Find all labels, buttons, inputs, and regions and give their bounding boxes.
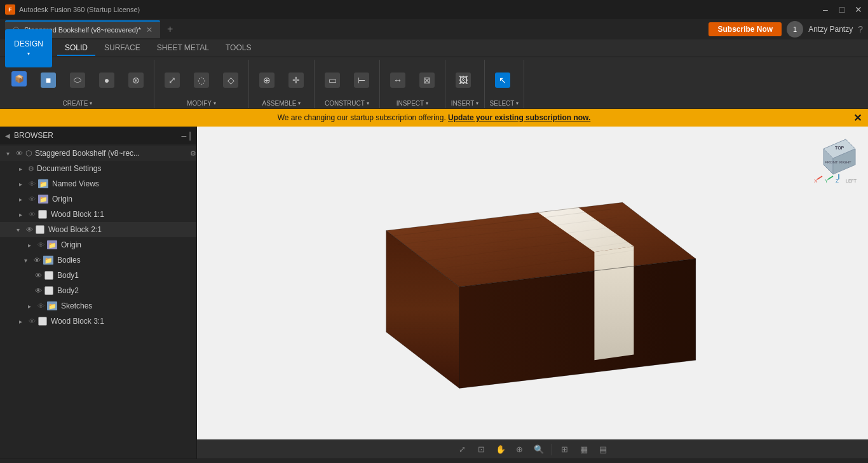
help-btn[interactable]: ?	[858, 24, 863, 34]
select-label[interactable]: SELECT ▾	[489, 100, 520, 108]
tab-solid[interactable]: SOLID	[57, 41, 95, 56]
origin-wb2-eye[interactable]: 👁	[36, 240, 46, 250]
tree-wood-block-1[interactable]: 👁 Wood Block 1:1	[0, 207, 196, 222]
wb1-eye[interactable]: 👁	[27, 209, 37, 219]
doc-settings-label: Document Settings	[37, 164, 101, 173]
sketches-eye[interactable]: 👁	[36, 301, 46, 311]
construct-label[interactable]: CONSTRUCT ▾	[318, 100, 376, 108]
tree-bodies[interactable]: 👁 📁 Bodies	[0, 252, 196, 268]
tree-named-views[interactable]: 👁 📁 Named Views	[0, 176, 196, 191]
new-tab-btn[interactable]: +	[163, 22, 178, 37]
modify-btn-1[interactable]: ⤢	[158, 65, 186, 95]
wb2-eye[interactable]: 👁	[24, 225, 34, 235]
bodies-eye[interactable]: 👁	[32, 255, 42, 265]
assemble-btn-1[interactable]: ⊕	[253, 65, 281, 95]
file-tab-close[interactable]: ✕	[146, 25, 153, 34]
minimize-btn[interactable]: –	[821, 5, 830, 14]
hand-btn[interactable]: ✋	[492, 442, 509, 457]
sketches-label: Sketches	[61, 301, 92, 310]
sketches-arrow[interactable]	[24, 301, 34, 311]
tab-sheet-metal[interactable]: SHEET METAL	[149, 41, 217, 56]
bodies-arrow[interactable]	[20, 255, 31, 265]
subscribe-btn[interactable]: Subscribe Now	[709, 22, 782, 36]
body2-eye[interactable]: 👁	[33, 286, 43, 296]
tree-body2[interactable]: 👁 Body2	[0, 283, 196, 298]
tab-surface[interactable]: SURFACE	[97, 41, 148, 56]
create-label[interactable]: CREATE ▾	[5, 100, 150, 108]
insert-btn-1[interactable]: 🖼	[449, 65, 477, 95]
create-btn-1[interactable]: 📦	[5, 65, 33, 95]
origin-wb2-arrow[interactable]	[24, 240, 34, 250]
select-btn-1[interactable]: ↖	[489, 65, 517, 95]
create-btn-2[interactable]: ■	[34, 65, 62, 95]
maximize-btn[interactable]: □	[837, 5, 846, 14]
construct-btn-2[interactable]: ⊢	[348, 65, 376, 95]
inspect-btn-1[interactable]: ↔	[384, 65, 412, 95]
viewport-toolbar-inner: ⤢ ⊡ ✋ ⊕ 🔍 ⊞ ▦ ▤	[449, 440, 616, 459]
modify-btn-2[interactable]: ◌	[187, 65, 215, 95]
create-btn-5[interactable]: ⊛	[122, 65, 150, 95]
root-settings-icon[interactable]: ⚙	[190, 149, 196, 158]
assemble-label[interactable]: ASSEMBLE ▾	[253, 100, 310, 108]
tree-origin[interactable]: 👁 📁 Origin	[0, 191, 196, 207]
pan-btn[interactable]: ⊡	[473, 442, 490, 457]
zoom-btn[interactable]: 🔍	[531, 442, 547, 457]
browser-collapse-btn[interactable]: |	[189, 130, 191, 141]
notify-close-btn[interactable]: ✕	[853, 112, 862, 124]
construct-btn-1[interactable]: ▭	[318, 65, 346, 95]
origin-eye[interactable]: 👁	[27, 194, 37, 204]
wb3-label: Wood Block 3:1	[51, 317, 104, 326]
origin-arrow[interactable]	[15, 194, 25, 204]
root-eye[interactable]: 👁	[14, 148, 24, 158]
wb1-arrow[interactable]	[15, 209, 25, 219]
tree-body1[interactable]: 👁 Body1	[0, 268, 196, 283]
comments-panel: ▲ COMMENTS + |	[0, 459, 868, 463]
modify-btn-3[interactable]: ◇	[217, 65, 245, 95]
insert-label[interactable]: INSERT ▾	[449, 100, 480, 108]
browser-label: BROWSER	[14, 131, 53, 140]
close-btn[interactable]: ✕	[854, 5, 863, 14]
wood-block-svg	[336, 134, 729, 452]
browser-pin-btn[interactable]: –	[182, 130, 187, 141]
browser-sidebar: ◀ BROWSER – | 👁 ⬡ Staggered Bookshelf (v…	[0, 127, 197, 459]
root-arrow[interactable]	[3, 148, 13, 158]
grid-btn[interactable]: ▦	[576, 442, 592, 457]
select-icon: ↖	[495, 73, 510, 88]
svg-text:RIGHT: RIGHT	[839, 160, 851, 164]
inspect-btn-2[interactable]: ⊠	[413, 65, 441, 95]
zoom-fit-btn[interactable]: ⊕	[512, 442, 528, 457]
doc-settings-arrow[interactable]	[15, 163, 25, 174]
create-btn-4[interactable]: ●	[93, 65, 121, 95]
user-name[interactable]: Antzy Pantzy	[808, 25, 853, 34]
viewport[interactable]: TOP FRONT RIGHT X Y Z LEFT ⤢ ⊡ ✋ ⊕ 🔍	[197, 127, 868, 459]
wb3-eye[interactable]: 👁	[27, 316, 37, 326]
tree-wood-block-3[interactable]: 👁 Wood Block 3:1	[0, 314, 196, 329]
wood-scene	[197, 127, 868, 459]
display-mode-btn[interactable]: ⊞	[557, 442, 573, 457]
wb1-icon	[38, 210, 47, 219]
coil-icon: ⊛	[128, 73, 144, 88]
tree-origin-wb2[interactable]: 👁 📁 Origin	[0, 237, 196, 252]
wb2-icon	[36, 225, 44, 234]
named-views-arrow[interactable]	[15, 179, 25, 189]
photo-icon: 🖼	[456, 73, 471, 88]
env-btn[interactable]: ▤	[595, 442, 611, 457]
orbit-btn[interactable]: ⤢	[454, 442, 471, 457]
assemble-items: ⊕ ✛	[253, 60, 310, 100]
tree-wood-block-2[interactable]: 👁 Wood Block 2:1	[0, 222, 196, 237]
inspect-label[interactable]: INSPECT ▾	[384, 100, 441, 108]
notify-link[interactable]: Update your existing subscription now.	[448, 113, 590, 122]
named-views-eye[interactable]: 👁	[27, 179, 37, 189]
body1-eye[interactable]: 👁	[33, 270, 43, 280]
viewcube[interactable]: TOP FRONT RIGHT X Y Z LEFT	[811, 133, 862, 184]
wb2-arrow[interactable]	[13, 225, 23, 235]
modify-label[interactable]: MODIFY ▾	[158, 100, 245, 108]
tree-doc-settings[interactable]: ⚙ Document Settings	[0, 161, 196, 176]
tab-tools[interactable]: TOOLS	[218, 41, 259, 56]
assemble-btn-2[interactable]: ✛	[282, 65, 310, 95]
tree-root[interactable]: 👁 ⬡ Staggered Bookshelf (v8~rec... ⚙	[0, 146, 196, 161]
wb3-arrow[interactable]	[15, 316, 25, 326]
viewcube-svg[interactable]: TOP FRONT RIGHT X Y Z LEFT	[811, 133, 862, 187]
tree-sketches[interactable]: 👁 📁 Sketches	[0, 298, 196, 314]
create-btn-3[interactable]: ⬭	[64, 65, 92, 95]
